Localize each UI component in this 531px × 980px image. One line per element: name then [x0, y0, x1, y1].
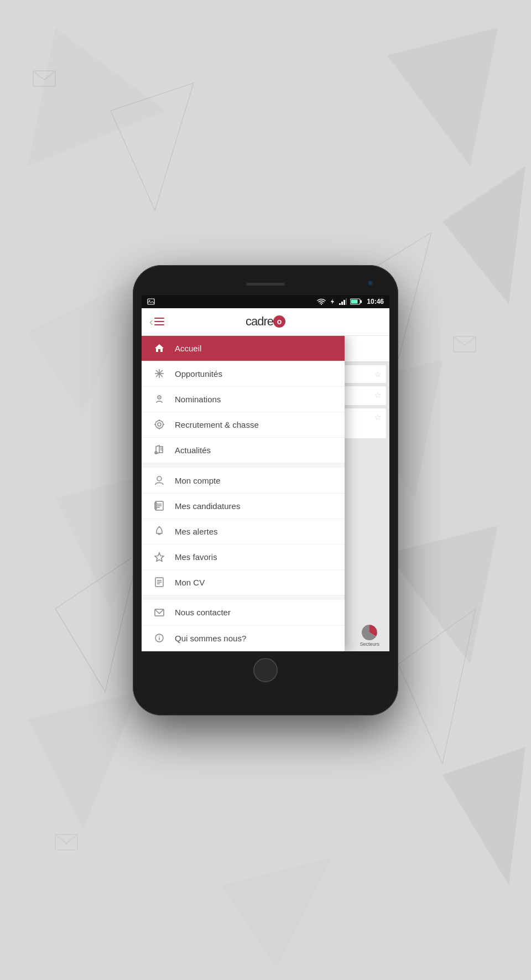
- phone-speaker: [246, 283, 285, 286]
- separator-1: [142, 463, 345, 468]
- sidebar-item-recrutement[interactable]: Recrutement & chasse: [142, 412, 345, 438]
- logo-text: cadre: [246, 314, 273, 329]
- recruitment-icon: [153, 418, 166, 431]
- opportunites-label: Opportunités: [175, 369, 222, 378]
- sidebar-item-qui-sommes-nous[interactable]: Qui sommes nous?: [142, 626, 345, 651]
- phone-screen: ‹ cadreo: [142, 308, 389, 651]
- navigation-drawer: Accueil: [142, 336, 345, 651]
- qui-sommes-nous-label: Qui sommes nous?: [175, 634, 246, 643]
- sidebar-item-actualites[interactable]: Actualités: [142, 438, 345, 463]
- hamburger-line-3: [154, 324, 164, 325]
- hamburger-line-1: [154, 318, 164, 319]
- home-button[interactable]: [253, 658, 278, 682]
- sidebar-item-nominations[interactable]: Nominations: [142, 387, 345, 412]
- mes-candidatures-label: Mes candidatures: [175, 501, 240, 511]
- signal-icon: [339, 298, 347, 305]
- data-icon: [329, 298, 336, 305]
- app-header: ‹ cadreo: [142, 308, 389, 336]
- secteurs-label: Secteurs: [360, 641, 379, 647]
- svg-point-53: [157, 476, 162, 481]
- nous-contacter-label: Nous contacter: [175, 608, 231, 617]
- hamburger-button[interactable]: [154, 318, 164, 325]
- svg-rect-23: [343, 300, 345, 305]
- nominations-icon: [153, 392, 166, 406]
- svg-marker-60: [155, 553, 164, 562]
- hamburger-line-2: [154, 321, 164, 322]
- svg-marker-16: [398, 609, 476, 764]
- time-display: 10:46: [367, 298, 384, 305]
- opportunities-icon: [153, 367, 166, 380]
- sidebar-item-opportunites[interactable]: Opportunités: [142, 361, 345, 387]
- sidebar-item-mes-alertes[interactable]: Mes alertes: [142, 519, 345, 545]
- recrutement-label: Recrutement & chasse: [175, 420, 259, 429]
- svg-rect-10: [33, 71, 55, 86]
- svg-marker-8: [442, 747, 525, 885]
- mes-alertes-label: Mes alertes: [175, 527, 218, 536]
- status-bar: 10:46: [142, 295, 389, 308]
- status-right-group: 10:46: [317, 298, 384, 305]
- nominations-label: Nominations: [175, 395, 221, 404]
- svg-rect-27: [351, 299, 358, 303]
- star-3[interactable]: ☆: [374, 413, 382, 422]
- svg-point-45: [158, 423, 161, 426]
- svg-rect-24: [346, 298, 347, 305]
- phone-device: 10:46 ‹ cadreo: [133, 265, 398, 715]
- phone-camera: [368, 281, 373, 286]
- svg-point-44: [155, 421, 163, 428]
- svg-marker-20: [331, 299, 334, 304]
- account-icon: [153, 474, 166, 487]
- home-icon: [153, 341, 166, 355]
- star-1[interactable]: ☆: [374, 370, 382, 378]
- logo-accent: o: [273, 315, 285, 328]
- alerts-icon: [153, 525, 166, 538]
- sidebar-item-mes-favoris[interactable]: Mes favoris: [142, 545, 345, 570]
- svg-rect-26: [360, 300, 362, 303]
- separator-2: [142, 595, 345, 600]
- about-icon: [153, 631, 166, 645]
- mon-cv-label: Mon CV: [175, 578, 205, 587]
- star-2[interactable]: ☆: [374, 391, 382, 400]
- sidebar-item-mon-compte[interactable]: Mon compte: [142, 468, 345, 493]
- wifi-icon: [317, 298, 326, 305]
- accueil-label: Accueil: [175, 344, 201, 353]
- sidebar-item-accueil[interactable]: Accueil: [142, 336, 345, 361]
- svg-point-19: [321, 304, 322, 305]
- svg-marker-3: [442, 166, 525, 304]
- home-button-area: [142, 658, 389, 682]
- svg-point-43: [159, 397, 160, 398]
- news-icon: [153, 443, 166, 457]
- favorites-icon: [153, 550, 166, 563]
- sidebar-item-nous-contacter[interactable]: Nous contacter: [142, 600, 345, 625]
- main-content: 2178 cabinets H/F ☆: [142, 336, 389, 651]
- svg-rect-12: [55, 834, 77, 850]
- sidebar-item-mes-candidatures[interactable]: Mes candidatures: [142, 494, 345, 519]
- svg-rect-22: [341, 302, 343, 305]
- battery-icon: [350, 298, 362, 305]
- svg-point-68: [159, 636, 160, 637]
- cv-icon: [153, 575, 166, 589]
- actualites-label: Actualités: [175, 445, 211, 455]
- back-button[interactable]: ‹: [149, 315, 153, 328]
- svg-rect-11: [454, 336, 476, 352]
- sidebar-item-mon-cv[interactable]: Mon CV: [142, 570, 345, 595]
- mon-compte-label: Mon compte: [175, 476, 221, 485]
- secteurs-section: Secteurs: [355, 619, 384, 651]
- app-logo: cadreo: [246, 314, 285, 329]
- secteurs-icon: [361, 624, 378, 641]
- mes-favoris-label: Mes favoris: [175, 552, 217, 562]
- applications-icon: [153, 499, 166, 512]
- gallery-icon: [147, 298, 155, 305]
- contact-icon: [153, 606, 166, 619]
- svg-rect-21: [339, 303, 341, 305]
